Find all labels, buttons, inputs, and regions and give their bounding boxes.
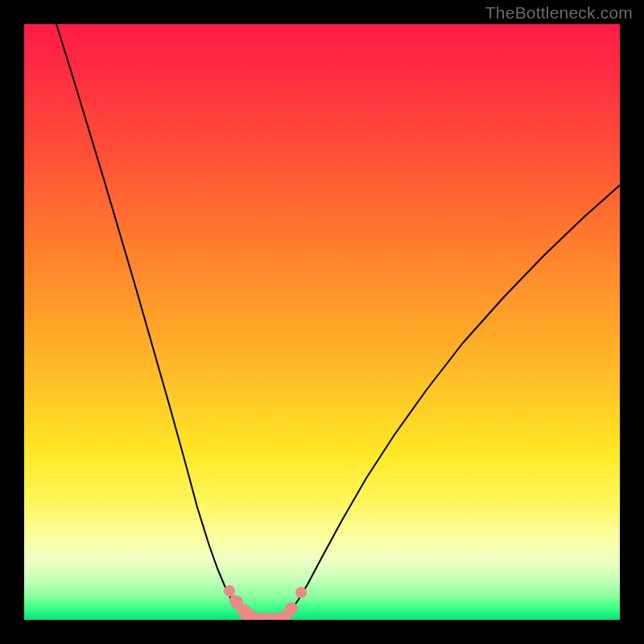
chart-svg <box>24 24 620 620</box>
chart-curves <box>56 24 620 620</box>
marker-dot-3 <box>295 587 307 598</box>
chart-plot-area <box>24 24 620 620</box>
chart-frame: TheBottleneck.com <box>0 0 644 644</box>
chart-markers <box>224 585 307 620</box>
watermark-text: TheBottleneck.com <box>485 3 633 23</box>
marker-seg-4b <box>285 602 298 615</box>
series-left-curve <box>56 24 250 620</box>
marker-dot-1 <box>224 585 235 597</box>
series-right-curve <box>282 185 620 620</box>
